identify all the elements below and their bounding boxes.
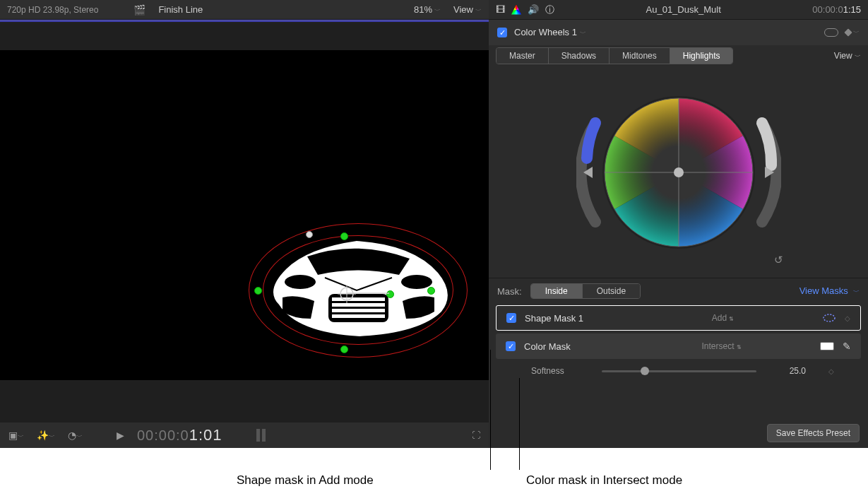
inspector-header: 🎞 🔊 ⓘ Au_01_Dusk_Mult 00:00:01:15: [489, 0, 868, 20]
mask-handle-right[interactable]: [427, 287, 435, 295]
inspector-footer: Save Effects Preset: [489, 418, 868, 448]
slider-knob[interactable]: [641, 367, 649, 375]
tone-tabs: Master Shadows Midtones Highlights View …: [489, 45, 868, 66]
color-mask-name: Color Mask: [524, 341, 623, 352]
view-label: View: [453, 4, 473, 15]
effect-enable-checkbox[interactable]: ✓: [497, 28, 507, 37]
softness-slider[interactable]: [602, 370, 756, 372]
shape-mask-row[interactable]: ✓ Shape Mask 1 Add⇅ ◇: [496, 305, 861, 331]
softness-label: Softness: [531, 366, 588, 376]
mask-inside-outside-control: Inside Outside: [530, 283, 641, 299]
softness-value[interactable]: 25.0: [771, 366, 806, 376]
inspector-clip-name: Au_01_Dusk_Mult: [561, 4, 806, 15]
eyedropper-icon[interactable]: ✎: [843, 341, 851, 352]
save-effects-preset-button[interactable]: Save Effects Preset: [767, 424, 860, 442]
audio-meter: [256, 429, 266, 442]
effect-title-row: ✓ Color Wheels 1﹀ ﹀: [489, 20, 868, 45]
tab-highlights[interactable]: Highlights: [670, 48, 733, 64]
video-inspector-icon[interactable]: 🎞: [496, 4, 505, 15]
color-swatch[interactable]: [820, 342, 834, 350]
fullscreen-icon[interactable]: ⛶: [472, 430, 480, 440]
softness-keyframe[interactable]: ◇: [828, 367, 834, 375]
annotation-shape-mask: Shape mask in Add mode: [237, 473, 374, 488]
annotations-layer: Shape mask in Add mode Color mask in Int…: [0, 452, 868, 495]
mask-radius-line[interactable]: [347, 290, 392, 296]
audio-inspector-icon[interactable]: 🔊: [528, 4, 539, 15]
effect-name-dropdown[interactable]: Color Wheels 1﹀: [514, 27, 586, 38]
effect-keyframe-button[interactable]: ﹀: [845, 28, 860, 37]
tc-prefix: 00:00:0: [137, 427, 189, 443]
shape-mask-mode-dropdown[interactable]: Add⇅: [632, 313, 814, 323]
app-window: 720p HD 23.98p, Stereo 🎬 Finish Line 81%…: [0, 0, 868, 448]
mask-handle-top[interactable]: [340, 232, 348, 240]
zoom-dropdown[interactable]: 81%﹀: [414, 4, 441, 16]
color-mask-row[interactable]: ✓ Color Mask Intersect⇅ ✎: [496, 333, 861, 359]
annotation-leader-line: [519, 378, 520, 470]
clip-format-label: 720p HD 23.98p, Stereo: [7, 5, 98, 15]
enhance-tool-dropdown[interactable]: ✨﹀: [37, 430, 55, 442]
tab-master[interactable]: Master: [497, 48, 549, 64]
mask-outside-button[interactable]: Outside: [583, 284, 640, 298]
clip-title: Finish Line: [158, 4, 407, 15]
svg-point-18: [674, 167, 684, 177]
inspector-timecode: 00:00:01:15: [812, 4, 861, 15]
mask-handle-left[interactable]: [254, 287, 262, 295]
color-inspector-icon[interactable]: [511, 5, 521, 15]
inspector-spacer: [489, 382, 868, 418]
svg-point-21: [824, 314, 835, 321]
mask-handle-top-rotate[interactable]: [306, 231, 313, 238]
mask-inside-button[interactable]: Inside: [531, 284, 583, 298]
shape-mask-checkbox[interactable]: ✓: [506, 313, 516, 323]
color-mask-mode-dropdown[interactable]: Intersect⇅: [631, 341, 811, 351]
mask-label: Mask:: [497, 286, 522, 297]
viewer-toolbar: ▣﹀ ✨﹀ ◔﹀ ▶ 00:00:01:01 ⛶: [0, 423, 489, 448]
shape-mask-name: Shape Mask 1: [525, 313, 624, 324]
mask-section-header: Mask: Inside Outside View Masks ﹀: [489, 278, 868, 304]
shape-mask-keyframe[interactable]: ◇: [845, 314, 850, 322]
color-wheel[interactable]: [576, 73, 781, 271]
tc-main: 1:01: [189, 426, 222, 444]
tab-shadows[interactable]: Shadows: [549, 48, 610, 64]
tone-segmented-control: Master Shadows Midtones Highlights: [496, 47, 733, 64]
viewer-canvas[interactable]: [0, 50, 489, 380]
annotation-color-mask: Color mask in Intersect mode: [526, 473, 682, 488]
annotation-leader-line: [490, 350, 491, 470]
chevron-down-icon: ﹀: [853, 288, 860, 295]
softness-row: Softness 25.0 ◇: [489, 360, 868, 382]
viewer-timecode[interactable]: 00:00:01:01: [137, 426, 222, 444]
retime-tool-dropdown[interactable]: ◔﹀: [68, 430, 83, 442]
chevron-down-icon: ﹀: [434, 7, 441, 14]
info-inspector-icon[interactable]: ⓘ: [545, 4, 554, 16]
zoom-value: 81%: [414, 4, 432, 15]
chevron-down-icon: ﹀: [855, 53, 861, 60]
color-wheel-area: ↺: [489, 66, 868, 278]
inspector-panel: 🎞 🔊 ⓘ Au_01_Dusk_Mult 00:00:01:15 ✓ Colo…: [489, 0, 868, 448]
effect-mask-icon[interactable]: [824, 28, 838, 37]
updown-arrows-icon: ⇅: [737, 344, 742, 350]
shape-ellipse-icon: [822, 313, 836, 323]
wheel-view-dropdown[interactable]: View ﹀: [834, 51, 861, 61]
clapperboard-icon[interactable]: 🎬: [133, 4, 145, 16]
viewer-header: 720p HD 23.98p, Stereo 🎬 Finish Line 81%…: [0, 0, 489, 20]
tab-midtones[interactable]: Midtones: [610, 48, 670, 64]
chevron-down-icon: ﹀: [580, 30, 586, 37]
view-masks-dropdown[interactable]: View Masks ﹀: [799, 285, 860, 297]
playhead-bar[interactable]: [0, 20, 489, 22]
play-button[interactable]: ▶: [117, 430, 124, 441]
view-dropdown[interactable]: View﹀: [453, 4, 482, 16]
viewer-panel: 720p HD 23.98p, Stereo 🎬 Finish Line 81%…: [0, 0, 489, 448]
reset-wheel-button[interactable]: ↺: [774, 254, 783, 266]
color-mask-checkbox[interactable]: ✓: [506, 341, 516, 351]
chevron-down-icon: ﹀: [475, 7, 482, 14]
updown-arrows-icon: ⇅: [729, 316, 734, 322]
crop-tool-dropdown[interactable]: ▣﹀: [8, 430, 24, 442]
mask-handle-bottom[interactable]: [340, 346, 348, 353]
